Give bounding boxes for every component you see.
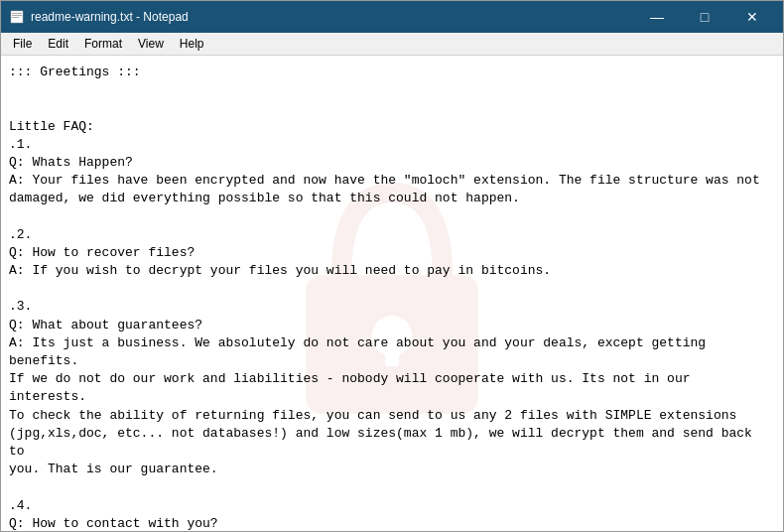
svg-rect-2 — [12, 15, 22, 16]
window-title: readme-warning.txt - Notepad — [31, 10, 634, 24]
menu-file[interactable]: File — [5, 35, 40, 53]
svg-rect-3 — [12, 17, 19, 18]
menu-view[interactable]: View — [130, 35, 172, 53]
minimize-button[interactable]: — — [634, 6, 680, 28]
close-button[interactable]: ✕ — [729, 6, 775, 28]
menu-format[interactable]: Format — [76, 35, 130, 53]
menu-edit[interactable]: Edit — [40, 35, 76, 53]
file-content: ::: Greetings ::: Little FAQ: .1. Q: Wha… — [9, 64, 771, 531]
title-bar: readme-warning.txt - Notepad — □ ✕ — [1, 1, 783, 33]
window-icon — [9, 9, 25, 25]
maximize-button[interactable]: □ — [682, 6, 727, 28]
notepad-window: readme-warning.txt - Notepad — □ ✕ File … — [0, 0, 784, 532]
menu-help[interactable]: Help — [172, 35, 212, 53]
window-controls: — □ ✕ — [634, 6, 775, 28]
text-area[interactable]: ::: Greetings ::: Little FAQ: .1. Q: Wha… — [1, 56, 783, 531]
menu-bar: File Edit Format View Help — [1, 33, 783, 56]
svg-rect-1 — [12, 13, 22, 14]
